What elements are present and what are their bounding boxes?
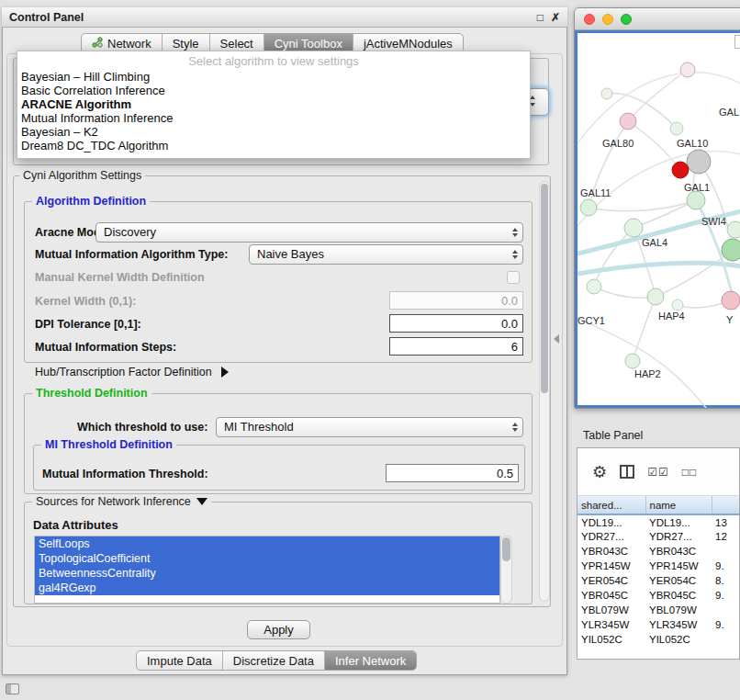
network-node[interactable] [687,191,705,209]
table-cell: YBR043C [577,544,645,559]
network-node[interactable] [580,199,597,216]
network-node[interactable] [624,219,643,237]
table-cell: YIL052C [577,632,645,647]
table-panel: ⚙ ☑☑ □□ shared...name YDL19...YDL19...13… [577,447,740,660]
expander-right-icon[interactable] [221,367,229,378]
network-view-window[interactable]: GALGAL80GAL10GAL11GAL1SWI4GAL4GCY1HAP4YH… [574,7,740,409]
table-settings-gear-icon[interactable]: ⚙ [592,462,607,482]
close-icon[interactable]: ✗ [551,11,560,24]
tab-impute-data[interactable]: Impute Data [137,651,223,670]
tab-cyni-toolbox[interactable]: Cyni Toolbox [264,34,353,52]
tab-network[interactable]: Network [82,34,163,52]
mi-threshold-field[interactable] [386,464,519,482]
dpi-tolerance-label: DPI Tolerance [0,1]: [35,318,141,331]
which-threshold-combo[interactable]: MI Threshold [216,417,523,437]
attribute-list-scrollbar-thumb[interactable] [502,537,510,561]
zoom-traffic-light-icon[interactable] [621,14,632,25]
aracne-mode-combo[interactable]: Discovery [95,222,523,243]
table-column-header[interactable] [712,496,740,514]
tab-style[interactable]: Style [163,34,210,52]
cyni-mode-tabbar: Impute DataDiscretize DataInfer Network [136,650,417,671]
table-cell: YBR045C [577,588,645,603]
network-node[interactable] [672,162,689,178]
network-node[interactable] [672,299,683,310]
network-node[interactable] [625,354,640,368]
table-row[interactable]: YPR145WYPR145W9. [577,559,740,573]
network-node[interactable] [722,239,740,261]
settings-scrollbar[interactable] [539,181,550,602]
table-row[interactable]: YBL079WYBL079W [577,603,740,617]
table-row[interactable]: YBR043CYBR043C [577,544,740,559]
column-selector-icon[interactable] [620,465,634,479]
table-row[interactable]: YDR27...YDR27...12 [577,529,740,544]
network-node[interactable] [620,113,636,130]
table-column-header[interactable]: name [645,496,712,514]
table-row[interactable]: YDL19...YDL19...13 [577,514,740,529]
table-column-header[interactable]: shared... [577,496,645,514]
algorithm-option[interactable]: ARACNE Algorithm [17,97,530,111]
dpi-tolerance-field[interactable] [389,314,523,333]
network-node-label: GAL [719,107,739,118]
mi-type-combo[interactable]: Naive Bayes [249,244,523,265]
tab-jactivemnodules[interactable]: jActiveMNodules [353,34,463,52]
network-node[interactable] [601,88,612,99]
network-node[interactable] [727,221,740,238]
table-panel-toolbar: ⚙ ☑☑ □□ [577,448,739,496]
network-node[interactable] [587,279,601,294]
table-cell: YER054C [645,573,712,588]
algorithm-option[interactable]: Basic Correlation Inference [17,84,530,97]
combo-arrows-icon [512,228,518,231]
network-node-label: GCY1 [577,315,605,326]
attribute-list-scrollbar[interactable] [500,536,512,604]
network-node[interactable] [722,291,740,310]
attribute-list-item[interactable]: TopologicalCoefficient [35,551,499,566]
apply-button-label: Apply [263,623,294,637]
sources-group-title: Sources for Network Inference [32,495,211,508]
network-edge [577,318,706,408]
network-node[interactable] [687,150,711,174]
network-node[interactable] [680,62,695,77]
collapse-down-icon[interactable] [196,498,207,505]
network-node[interactable] [670,122,683,135]
table-row[interactable]: YIL052CYIL052C [577,632,740,647]
table-row[interactable]: YBR045CYBR045C9. [577,588,740,603]
tab-label: jActiveMNodules [364,37,453,51]
network-canvas[interactable]: GALGAL80GAL10GAL11GAL1SWI4GAL4GCY1HAP4YH… [575,30,740,408]
algorithm-option[interactable]: Bayesian – K2 [17,125,530,139]
table-row[interactable]: YER054CYER054C8. [577,573,740,588]
collapsed-panel-icon[interactable] [6,683,19,694]
apply-button[interactable]: Apply [247,620,310,639]
network-node[interactable] [647,288,664,305]
table-row[interactable]: YLR345WYLR345W9. [577,617,740,632]
tab-infer-network[interactable]: Infer Network [325,651,416,670]
tab-label: Select [220,37,253,51]
settings-scrollbar-thumb[interactable] [541,184,548,393]
control-panel-titlebar[interactable]: Control Panel □ ✗ [2,7,567,28]
splitpane-collapse-icon[interactable] [554,334,559,344]
attribute-list-item[interactable]: BetweennessCentrality [35,566,499,581]
table-cell [712,603,740,617]
algorithm-dropdown-popup: Select algorithm to view settings Bayesi… [17,51,531,159]
tab-select[interactable]: Select [210,34,264,52]
attribute-list-item[interactable]: SelfLoops [35,536,499,551]
birdseye-box[interactable] [734,35,740,49]
select-all-checkboxes-icon[interactable]: ☑☑ [647,466,669,479]
manual-kernel-checkbox[interactable] [507,271,520,284]
network-window-titlebar[interactable] [575,8,740,30]
kernel-width-field[interactable] [389,291,523,310]
algorithm-option[interactable]: Dream8 DC_TDC Algorithm [17,139,530,152]
network-edge [607,93,677,129]
float-window-icon[interactable]: □ [537,11,544,24]
tab-discretize-data[interactable]: Discretize Data [223,651,325,670]
algorithm-option[interactable]: Mutual Information Inference [17,111,530,125]
clear-checkboxes-icon[interactable]: □□ [682,466,698,479]
which-threshold-value: MI Threshold [224,420,294,434]
hub-definition-expander[interactable]: Hub/Transcription Factor Definition [35,366,229,378]
threshold-definition-title: Threshold Definition [32,387,151,400]
algorithm-option[interactable]: Bayesian – Hill Climbing [17,70,530,84]
network-node-label: SWI4 [701,216,726,227]
attribute-list-item[interactable]: gal4RGexp [35,581,499,595]
close-traffic-light-icon[interactable] [584,14,595,25]
minimize-traffic-light-icon[interactable] [602,14,613,25]
mi-steps-field[interactable] [389,337,523,356]
